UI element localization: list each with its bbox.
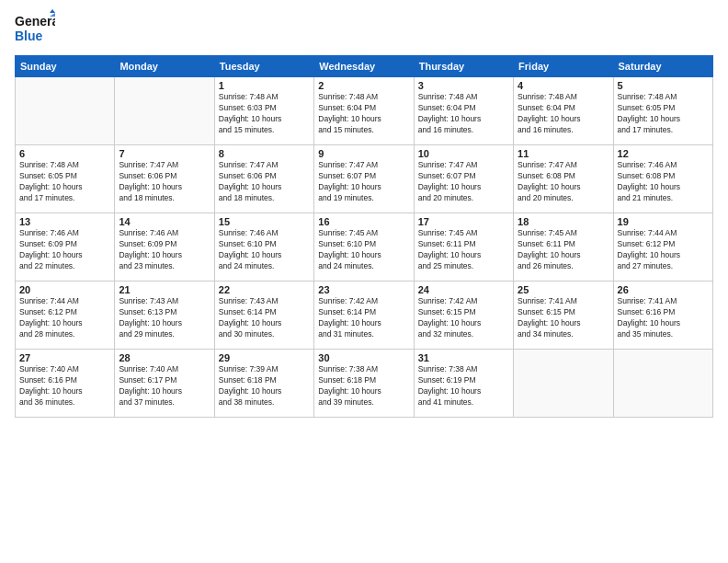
calendar-cell: 18Sunrise: 7:45 AM Sunset: 6:11 PM Dayli…: [514, 213, 613, 282]
day-number: 5: [618, 80, 709, 91]
calendar-row-1: 1Sunrise: 7:48 AM Sunset: 6:03 PM Daylig…: [16, 77, 713, 145]
calendar-cell: 29Sunrise: 7:39 AM Sunset: 6:18 PM Dayli…: [214, 350, 313, 418]
day-number: 17: [418, 216, 509, 227]
calendar-cell: 15Sunrise: 7:46 AM Sunset: 6:10 PM Dayli…: [214, 213, 313, 282]
day-info: Sunrise: 7:42 AM Sunset: 6:14 PM Dayligh…: [318, 296, 409, 340]
day-info: Sunrise: 7:47 AM Sunset: 6:06 PM Dayligh…: [119, 160, 210, 204]
day-number: 16: [318, 216, 409, 227]
calendar-row-3: 13Sunrise: 7:46 AM Sunset: 6:09 PM Dayli…: [16, 213, 713, 282]
calendar-cell: 11Sunrise: 7:47 AM Sunset: 6:08 PM Dayli…: [514, 145, 613, 213]
calendar-cell: 26Sunrise: 7:41 AM Sunset: 6:16 PM Dayli…: [613, 282, 712, 350]
day-info: Sunrise: 7:38 AM Sunset: 6:18 PM Dayligh…: [318, 364, 409, 408]
day-number: 7: [119, 148, 210, 159]
day-number: 21: [119, 284, 210, 295]
day-number: 14: [119, 216, 210, 227]
calendar-cell: 20Sunrise: 7:44 AM Sunset: 6:12 PM Dayli…: [16, 282, 115, 350]
day-number: 24: [418, 284, 509, 295]
day-info: Sunrise: 7:48 AM Sunset: 6:05 PM Dayligh…: [19, 160, 110, 204]
calendar-cell: 3Sunrise: 7:48 AM Sunset: 6:04 PM Daylig…: [414, 77, 513, 145]
day-number: 27: [19, 352, 110, 363]
day-number: 20: [19, 284, 110, 295]
svg-text:Blue: Blue: [15, 29, 43, 43]
calendar-cell: 14Sunrise: 7:46 AM Sunset: 6:09 PM Dayli…: [115, 213, 214, 282]
day-info: Sunrise: 7:48 AM Sunset: 6:04 PM Dayligh…: [418, 92, 509, 136]
calendar-cell: 8Sunrise: 7:47 AM Sunset: 6:06 PM Daylig…: [214, 145, 313, 213]
col-header-sunday: Sunday: [16, 56, 115, 77]
calendar-page: General Blue SundayMondayTuesdayWednesda…: [0, 0, 728, 563]
calendar-cell: 25Sunrise: 7:41 AM Sunset: 6:15 PM Dayli…: [514, 282, 613, 350]
calendar-cell: 23Sunrise: 7:42 AM Sunset: 6:14 PM Dayli…: [314, 282, 414, 350]
calendar-cell: 10Sunrise: 7:47 AM Sunset: 6:07 PM Dayli…: [414, 145, 513, 213]
day-number: 15: [219, 216, 310, 227]
day-info: Sunrise: 7:46 AM Sunset: 6:10 PM Dayligh…: [219, 228, 310, 272]
calendar-table: SundayMondayTuesdayWednesdayThursdayFrid…: [15, 55, 713, 418]
day-info: Sunrise: 7:41 AM Sunset: 6:15 PM Dayligh…: [518, 296, 609, 340]
day-info: Sunrise: 7:39 AM Sunset: 6:18 PM Dayligh…: [219, 364, 310, 408]
col-header-friday: Friday: [514, 56, 613, 77]
day-info: Sunrise: 7:40 AM Sunset: 6:17 PM Dayligh…: [119, 364, 210, 408]
day-info: Sunrise: 7:47 AM Sunset: 6:06 PM Dayligh…: [219, 160, 310, 204]
svg-text:General: General: [15, 14, 55, 29]
col-header-monday: Monday: [115, 56, 214, 77]
day-number: 3: [418, 80, 509, 91]
day-info: Sunrise: 7:45 AM Sunset: 6:11 PM Dayligh…: [418, 228, 509, 272]
day-number: 31: [418, 352, 509, 363]
col-header-tuesday: Tuesday: [214, 56, 313, 77]
col-header-thursday: Thursday: [414, 56, 513, 77]
col-header-saturday: Saturday: [613, 56, 712, 77]
day-number: 11: [518, 148, 609, 159]
day-info: Sunrise: 7:46 AM Sunset: 6:09 PM Dayligh…: [19, 228, 110, 272]
calendar-cell: 2Sunrise: 7:48 AM Sunset: 6:04 PM Daylig…: [314, 77, 414, 145]
day-number: 8: [219, 148, 310, 159]
day-info: Sunrise: 7:48 AM Sunset: 6:05 PM Dayligh…: [618, 92, 709, 136]
day-info: Sunrise: 7:44 AM Sunset: 6:12 PM Dayligh…: [618, 228, 709, 272]
svg-marker-2: [50, 9, 55, 13]
day-number: 26: [618, 284, 709, 295]
calendar-header-row: SundayMondayTuesdayWednesdayThursdayFrid…: [16, 56, 713, 77]
day-info: Sunrise: 7:40 AM Sunset: 6:16 PM Dayligh…: [19, 364, 110, 408]
logo-svg: General Blue: [15, 9, 55, 50]
calendar-cell: 17Sunrise: 7:45 AM Sunset: 6:11 PM Dayli…: [414, 213, 513, 282]
calendar-cell: 7Sunrise: 7:47 AM Sunset: 6:06 PM Daylig…: [115, 145, 214, 213]
calendar-cell: 9Sunrise: 7:47 AM Sunset: 6:07 PM Daylig…: [314, 145, 414, 213]
day-number: 13: [19, 216, 110, 227]
day-number: 22: [219, 284, 310, 295]
day-info: Sunrise: 7:47 AM Sunset: 6:07 PM Dayligh…: [418, 160, 509, 204]
calendar-cell: 31Sunrise: 7:38 AM Sunset: 6:19 PM Dayli…: [414, 350, 513, 418]
day-info: Sunrise: 7:43 AM Sunset: 6:14 PM Dayligh…: [219, 296, 310, 340]
header: General Blue: [15, 9, 713, 50]
calendar-cell: [613, 350, 712, 418]
calendar-cell: 6Sunrise: 7:48 AM Sunset: 6:05 PM Daylig…: [16, 145, 115, 213]
day-number: 6: [19, 148, 110, 159]
calendar-cell: 22Sunrise: 7:43 AM Sunset: 6:14 PM Dayli…: [214, 282, 313, 350]
day-info: Sunrise: 7:45 AM Sunset: 6:11 PM Dayligh…: [518, 228, 609, 272]
day-number: 12: [618, 148, 709, 159]
day-number: 30: [318, 352, 409, 363]
day-info: Sunrise: 7:43 AM Sunset: 6:13 PM Dayligh…: [119, 296, 210, 340]
day-number: 10: [418, 148, 509, 159]
calendar-cell: 24Sunrise: 7:42 AM Sunset: 6:15 PM Dayli…: [414, 282, 513, 350]
day-info: Sunrise: 7:44 AM Sunset: 6:12 PM Dayligh…: [19, 296, 110, 340]
logo: General Blue: [15, 9, 55, 50]
day-number: 1: [219, 80, 310, 91]
day-info: Sunrise: 7:48 AM Sunset: 6:03 PM Dayligh…: [219, 92, 310, 136]
calendar-cell: 5Sunrise: 7:48 AM Sunset: 6:05 PM Daylig…: [613, 77, 712, 145]
calendar-cell: 12Sunrise: 7:46 AM Sunset: 6:08 PM Dayli…: [613, 145, 712, 213]
day-number: 25: [518, 284, 609, 295]
day-info: Sunrise: 7:48 AM Sunset: 6:04 PM Dayligh…: [518, 92, 609, 136]
calendar-row-2: 6Sunrise: 7:48 AM Sunset: 6:05 PM Daylig…: [16, 145, 713, 213]
day-info: Sunrise: 7:47 AM Sunset: 6:07 PM Dayligh…: [318, 160, 409, 204]
calendar-cell: 30Sunrise: 7:38 AM Sunset: 6:18 PM Dayli…: [314, 350, 414, 418]
calendar-cell: 27Sunrise: 7:40 AM Sunset: 6:16 PM Dayli…: [16, 350, 115, 418]
day-number: 2: [318, 80, 409, 91]
day-info: Sunrise: 7:47 AM Sunset: 6:08 PM Dayligh…: [518, 160, 609, 204]
day-info: Sunrise: 7:46 AM Sunset: 6:09 PM Dayligh…: [119, 228, 210, 272]
calendar-row-5: 27Sunrise: 7:40 AM Sunset: 6:16 PM Dayli…: [16, 350, 713, 418]
day-number: 19: [618, 216, 709, 227]
calendar-cell: [16, 77, 115, 145]
calendar-cell: 21Sunrise: 7:43 AM Sunset: 6:13 PM Dayli…: [115, 282, 214, 350]
day-info: Sunrise: 7:46 AM Sunset: 6:08 PM Dayligh…: [618, 160, 709, 204]
day-number: 28: [119, 352, 210, 363]
calendar-cell: 19Sunrise: 7:44 AM Sunset: 6:12 PM Dayli…: [613, 213, 712, 282]
col-header-wednesday: Wednesday: [314, 56, 414, 77]
